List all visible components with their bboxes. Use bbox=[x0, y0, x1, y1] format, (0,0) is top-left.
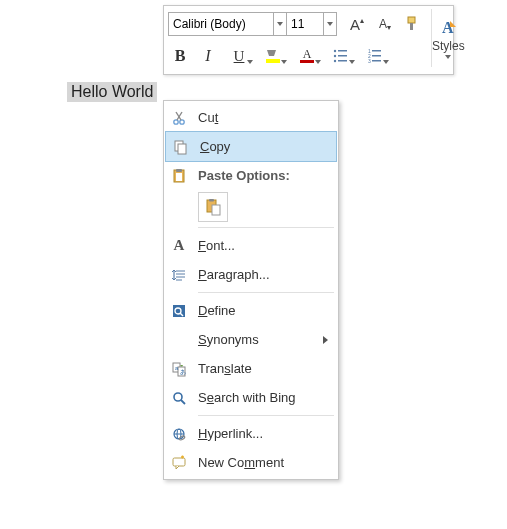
menu-label: Cut bbox=[194, 110, 330, 125]
font-size-dropdown[interactable] bbox=[324, 12, 337, 36]
svg-point-5 bbox=[334, 50, 336, 52]
menu-item-cut[interactable]: Cut bbox=[164, 103, 338, 132]
svg-rect-0 bbox=[408, 17, 415, 23]
svg-point-42 bbox=[174, 393, 182, 401]
menu-separator bbox=[198, 227, 334, 228]
bold-button[interactable]: B bbox=[168, 44, 192, 68]
menu-item-define[interactable]: Define bbox=[164, 296, 338, 325]
paragraph-icon bbox=[171, 267, 187, 283]
menu-item-new-comment[interactable]: New Comment bbox=[164, 448, 338, 477]
menu-label: New Comment bbox=[194, 455, 330, 470]
styles-icon: A bbox=[436, 17, 460, 39]
styles-label: Styles bbox=[432, 39, 465, 53]
styles-button[interactable]: A Styles bbox=[431, 9, 465, 67]
svg-rect-16 bbox=[372, 60, 381, 62]
submenu-arrow-icon bbox=[323, 336, 328, 344]
selected-text: Hello World bbox=[71, 83, 153, 100]
menu-label: Define bbox=[194, 303, 330, 318]
numbering-split-button[interactable]: 1 2 3 bbox=[360, 44, 390, 68]
define-icon bbox=[171, 303, 187, 319]
svg-rect-29 bbox=[212, 205, 220, 215]
svg-rect-10 bbox=[338, 60, 347, 62]
menu-label: Hyperlink... bbox=[194, 426, 330, 441]
paste-options-row bbox=[164, 190, 338, 224]
svg-rect-1 bbox=[410, 23, 413, 30]
svg-rect-26 bbox=[176, 173, 182, 181]
menu-item-synonyms[interactable]: Synonyms bbox=[164, 325, 338, 354]
svg-rect-2 bbox=[266, 59, 280, 63]
menu-item-hyperlink[interactable]: Hyperlink... bbox=[164, 419, 338, 448]
svg-rect-48 bbox=[173, 458, 185, 466]
svg-text:3: 3 bbox=[368, 58, 371, 64]
svg-rect-14 bbox=[372, 55, 381, 57]
font-size-value: 11 bbox=[291, 17, 304, 31]
menu-item-paragraph[interactable]: Paragraph... bbox=[164, 260, 338, 289]
svg-rect-23 bbox=[178, 144, 186, 154]
paste-icon bbox=[171, 168, 187, 184]
menu-label: Paste Options: bbox=[194, 168, 330, 183]
format-painter-button[interactable] bbox=[401, 12, 425, 36]
menu-separator bbox=[198, 292, 334, 293]
cut-icon bbox=[171, 110, 187, 126]
menu-label: Font... bbox=[194, 238, 330, 253]
menu-header-paste-options: Paste Options: bbox=[164, 161, 338, 190]
menu-label: Copy bbox=[196, 139, 329, 154]
clipboard-icon bbox=[204, 198, 222, 216]
decrease-font-button[interactable]: A ▾ bbox=[373, 12, 397, 36]
svg-text:A: A bbox=[303, 47, 312, 61]
svg-text:A: A bbox=[442, 19, 454, 36]
context-menu: Cut Copy Paste Options: bbox=[163, 100, 339, 480]
bullets-split-button[interactable] bbox=[326, 44, 356, 68]
menu-item-search-bing[interactable]: Search with Bing bbox=[164, 383, 338, 412]
font-name-dropdown[interactable] bbox=[274, 12, 287, 36]
svg-rect-25 bbox=[176, 169, 182, 172]
svg-rect-8 bbox=[338, 55, 347, 57]
highlighter-icon bbox=[264, 47, 282, 65]
bullets-icon bbox=[332, 47, 350, 65]
italic-button[interactable]: I bbox=[196, 44, 220, 68]
increase-font-button[interactable]: A ▴ bbox=[345, 12, 369, 36]
menu-label: Search with Bing bbox=[194, 390, 330, 405]
translate-icon: a あ bbox=[171, 361, 187, 377]
font-size-combo[interactable]: 11 bbox=[287, 12, 324, 36]
copy-icon bbox=[173, 139, 189, 155]
svg-point-19 bbox=[180, 119, 184, 123]
font-name-combo[interactable]: Calibri (Body) bbox=[168, 12, 274, 36]
svg-point-18 bbox=[174, 119, 178, 123]
highlight-split-button[interactable] bbox=[258, 44, 288, 68]
menu-label: Translate bbox=[194, 361, 330, 376]
search-icon bbox=[171, 390, 187, 406]
svg-rect-28 bbox=[209, 199, 214, 202]
svg-rect-6 bbox=[338, 50, 347, 52]
comment-icon bbox=[171, 455, 187, 471]
svg-point-9 bbox=[334, 60, 336, 62]
menu-item-translate[interactable]: a あ Translate bbox=[164, 354, 338, 383]
paste-keep-source-button[interactable] bbox=[198, 192, 228, 222]
font-name-value: Calibri (Body) bbox=[173, 17, 246, 31]
mini-toolbar: Calibri (Body) 11 A ▴ A ▾ bbox=[163, 5, 454, 75]
menu-label: Synonyms bbox=[194, 332, 323, 347]
numbering-icon: 1 2 3 bbox=[366, 47, 384, 65]
svg-line-43 bbox=[181, 400, 185, 404]
font-color-icon: A bbox=[298, 47, 316, 65]
svg-rect-4 bbox=[300, 60, 314, 63]
document-selection[interactable]: Hello World bbox=[67, 82, 157, 102]
svg-point-7 bbox=[334, 55, 336, 57]
menu-item-copy[interactable]: Copy bbox=[165, 131, 337, 162]
menu-label: Paragraph... bbox=[194, 267, 330, 282]
menu-item-font[interactable]: A Font... bbox=[164, 231, 338, 260]
font-color-split-button[interactable]: A bbox=[292, 44, 322, 68]
paintbrush-icon bbox=[404, 15, 422, 33]
menu-separator bbox=[198, 415, 334, 416]
svg-rect-12 bbox=[372, 50, 381, 52]
font-a-icon: A bbox=[174, 237, 185, 254]
svg-text:あ: あ bbox=[180, 369, 186, 376]
hyperlink-icon bbox=[171, 426, 187, 442]
underline-split-button[interactable]: U bbox=[224, 44, 254, 68]
